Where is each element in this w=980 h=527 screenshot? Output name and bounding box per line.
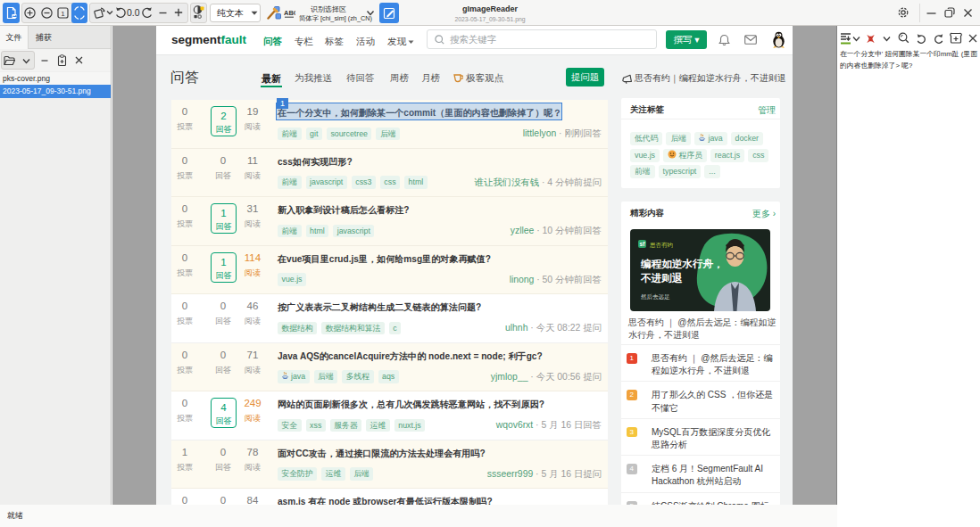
svg-text:1: 1 — [61, 10, 65, 18]
svg-text:sf: sf — [640, 241, 646, 247]
svg-text:思否有约: 思否有约 — [649, 242, 673, 249]
svg-text:编程如逆水行舟，: 编程如逆水行舟， — [640, 258, 724, 269]
svg-text:不进则退: 不进则退 — [640, 272, 683, 284]
svg-text:然后去远足: 然后去远足 — [641, 293, 670, 301]
